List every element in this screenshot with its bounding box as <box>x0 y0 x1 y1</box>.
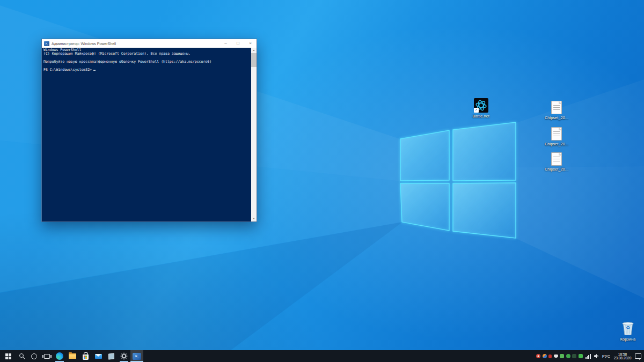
folder-icon <box>69 353 76 359</box>
recycle-symbol-icon: ♻ <box>621 325 635 330</box>
scrollbar[interactable]: ▲ ▼ <box>251 48 257 221</box>
powershell-titlebar[interactable]: >_ Администратор: Windows PowerShell – □… <box>42 39 257 48</box>
language-indicator[interactable]: РУС <box>602 354 610 358</box>
document-icon <box>551 101 562 114</box>
mail-envelope-icon <box>95 354 102 359</box>
tray-app-icon[interactable] <box>579 354 583 358</box>
mail-button[interactable] <box>92 350 105 362</box>
logo-pane-top-left <box>400 130 449 181</box>
volume-icon[interactable] <box>594 353 599 359</box>
recycle-bin-icon: ♻ <box>621 320 635 336</box>
tray-app-icon[interactable] <box>548 354 552 358</box>
network-icon[interactable] <box>586 354 591 359</box>
tray-app-icon[interactable] <box>566 354 570 358</box>
gear-icon <box>120 352 128 360</box>
logo-pane-bottom-right <box>453 183 516 238</box>
tray-app-icons <box>536 354 583 358</box>
prompt-text: PS C:\Windows\system32> <box>43 68 92 72</box>
photos-icon <box>108 353 114 359</box>
desktop-icon-file-2[interactable]: Chipset_20... <box>537 127 576 146</box>
icon-label: Chipset_20... <box>545 167 568 172</box>
tray-app-icon[interactable] <box>560 354 564 358</box>
settings-button[interactable] <box>118 350 130 362</box>
tray-app-icon[interactable] <box>572 354 576 358</box>
system-tray: РУС 18:58 23.08.2020 <box>536 350 644 362</box>
powershell-taskbar-button[interactable]: >_ <box>130 350 143 362</box>
cortana-button[interactable] <box>27 350 40 362</box>
maximize-button[interactable]: □ <box>232 39 244 48</box>
desktop-icon-file-1[interactable]: Chipset_20... <box>537 101 576 120</box>
battlenet-icon: ↗ <box>474 98 488 113</box>
powershell-console[interactable]: Windows PowerShell (C) Корпорация Майкро… <box>42 48 257 221</box>
console-line: (C) Корпорация Майкрософт (Microsoft Cor… <box>43 52 249 56</box>
search-icon <box>19 353 24 358</box>
scroll-up-icon[interactable]: ▲ <box>251 48 257 53</box>
powershell-icon: >_ <box>133 353 141 360</box>
store-bag-icon <box>83 354 89 360</box>
clock[interactable]: 18:58 23.08.2020 <box>613 352 632 360</box>
taskbar: >_ РУС 18:58 23.08. <box>0 350 644 362</box>
powershell-window[interactable]: >_ Администратор: Windows PowerShell – □… <box>41 39 257 222</box>
console-line: Попробуйте новую кроссплатформенную обол… <box>43 60 249 64</box>
windows-start-icon <box>5 353 11 359</box>
powershell-icon: >_ <box>44 41 49 46</box>
minimize-button[interactable]: – <box>219 39 232 48</box>
start-button[interactable] <box>2 350 14 362</box>
microsoft-store-button[interactable] <box>79 350 92 362</box>
icon-label: Корзина <box>620 337 636 342</box>
scrollbar-thumb[interactable] <box>251 53 257 67</box>
cortana-icon <box>31 353 37 359</box>
shortcut-arrow-icon: ↗ <box>474 108 479 113</box>
tray-app-icon[interactable] <box>536 354 540 358</box>
edge-icon <box>56 352 63 360</box>
desktop-icon-battlenet[interactable]: ↗ Battle.net <box>462 98 500 119</box>
date-text: 23.08.2020 <box>614 356 632 360</box>
icon-label: Battle.net <box>472 114 489 119</box>
logo-pane-top-right <box>453 122 516 181</box>
logo-pane-bottom-left <box>400 183 449 231</box>
search-button[interactable] <box>14 350 27 362</box>
task-view-button[interactable] <box>40 350 53 362</box>
desktop[interactable]: >_ Администратор: Windows PowerShell – □… <box>0 0 644 362</box>
file-explorer-button[interactable] <box>66 350 79 362</box>
desktop-icon-recycle-bin[interactable]: ♻ Корзина <box>612 320 644 342</box>
console-prompt-line: PS C:\Windows\system32> <box>43 68 249 72</box>
edge-button[interactable] <box>53 350 66 362</box>
icon-label: Chipset_20... <box>545 142 568 146</box>
icon-label: Chipset_20... <box>545 115 568 120</box>
action-center-icon[interactable] <box>635 353 641 359</box>
tray-app-icon[interactable] <box>543 354 547 358</box>
photos-button[interactable] <box>105 350 118 362</box>
text-cursor <box>93 70 96 71</box>
taskbar-app-icons: >_ <box>0 350 143 362</box>
window-title: Администратор: Windows PowerShell <box>52 42 219 46</box>
document-icon <box>551 127 562 141</box>
desktop-icon-file-3[interactable]: Chipset_20... <box>537 152 576 172</box>
scroll-down-icon[interactable]: ▼ <box>251 216 257 221</box>
document-icon <box>551 152 562 166</box>
task-view-icon <box>44 354 50 359</box>
time-text: 18:58 <box>618 352 627 357</box>
close-button[interactable]: × <box>244 39 257 48</box>
tray-app-icon[interactable] <box>554 354 558 358</box>
